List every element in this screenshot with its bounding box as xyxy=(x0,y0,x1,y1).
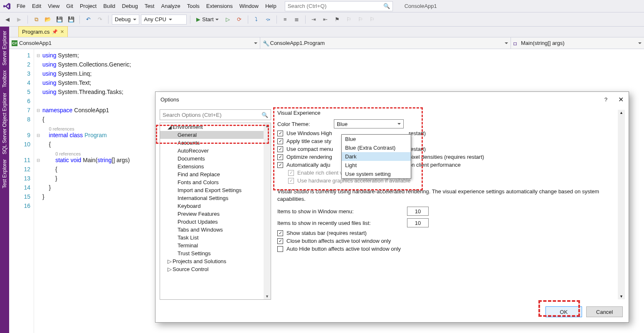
tree-node[interactable]: Find and Replace xyxy=(160,170,271,178)
new-project-icon[interactable]: ⧉ xyxy=(31,15,41,25)
quick-search-input[interactable] xyxy=(288,3,371,9)
window-items-input[interactable]: 10 xyxy=(407,207,429,216)
nav-back-icon[interactable]: ◀ xyxy=(2,15,12,25)
theme-option[interactable]: Light xyxy=(342,161,411,170)
color-theme-list[interactable]: BlueBlue (Extra Contrast)DarkLightUse sy… xyxy=(341,134,411,179)
pin-icon[interactable]: 📌 xyxy=(52,29,58,35)
dock-tab[interactable]: Test Explorer xyxy=(1,157,8,191)
open-icon[interactable]: 📂 xyxy=(43,15,53,25)
checkbox xyxy=(288,170,294,176)
help-icon[interactable]: ? xyxy=(605,96,607,103)
color-theme-dropdown[interactable]: Blue xyxy=(334,119,404,128)
hot-reload-icon[interactable]: ⟳ xyxy=(234,15,244,25)
theme-option[interactable]: Blue xyxy=(342,135,411,143)
tree-node[interactable]: Task List xyxy=(160,234,271,242)
checkbox[interactable] xyxy=(277,154,283,160)
rendering-note: Visual Studio is currently using hardwar… xyxy=(277,188,606,202)
options-search[interactable]: 🔍 xyxy=(160,109,271,120)
checkbox-label: Show status bar (requires restart) xyxy=(286,230,367,236)
bookmark-prev-icon[interactable]: ⚐ xyxy=(344,15,354,25)
theme-option[interactable]: Use system setting xyxy=(342,170,411,178)
comment-icon[interactable]: ≡ xyxy=(280,15,290,25)
checkbox[interactable] xyxy=(277,146,283,152)
checkbox-label: Apply title case sty xyxy=(286,138,331,144)
tree-node[interactable]: Accounts xyxy=(160,139,271,147)
tree-node[interactable]: Keyboard xyxy=(160,202,271,210)
options-search-input[interactable] xyxy=(163,112,250,118)
document-tab[interactable]: Program.cs 📌 ✕ xyxy=(18,26,68,37)
checkbox-label-tail: pixel densities (requires restart) xyxy=(409,154,484,160)
menu-build[interactable]: Build xyxy=(100,1,118,11)
mru-items-input[interactable]: 10 xyxy=(407,218,429,227)
tree-node[interactable]: Product Updates xyxy=(160,218,271,226)
config-dropdown[interactable]: Debug xyxy=(112,15,139,25)
tree-node[interactable]: Extensions xyxy=(160,163,271,170)
document-tab-label: Program.cs xyxy=(22,29,49,35)
tree-node[interactable]: Fonts and Colors xyxy=(160,178,271,186)
tree-node-environment[interactable]: ◢Environment xyxy=(160,123,271,131)
redo-icon[interactable]: ↷ xyxy=(95,15,105,25)
step-over-icon[interactable]: ⤼ xyxy=(263,15,273,25)
tree-node[interactable]: Documents xyxy=(160,155,271,163)
save-icon[interactable]: 💾 xyxy=(54,15,64,25)
close-icon[interactable]: ✕ xyxy=(60,29,64,35)
ok-button[interactable]: OK xyxy=(545,306,582,317)
tree-node[interactable]: General xyxy=(160,131,271,139)
checkbox[interactable] xyxy=(277,131,283,136)
menu-debug[interactable]: Debug xyxy=(118,1,141,11)
menu-tools[interactable]: Tools xyxy=(184,1,203,11)
page-scrollbar[interactable]: ▲▼ xyxy=(618,110,625,299)
tree-node[interactable]: Terminal xyxy=(160,242,271,249)
step-into-icon[interactable]: ⤵ xyxy=(252,15,262,25)
tree-node[interactable]: Preview Features xyxy=(160,210,271,218)
cancel-button[interactable]: Cancel xyxy=(586,306,623,317)
theme-option[interactable]: Dark xyxy=(342,152,411,161)
outdent-icon[interactable]: ⇤ xyxy=(321,15,331,25)
tree-node[interactable]: Trust Settings xyxy=(160,249,271,257)
tree-node[interactable]: ▷Projects and Solutions xyxy=(160,257,271,265)
nav-fwd-icon[interactable]: ▶ xyxy=(14,15,24,25)
bookmark-next-icon[interactable]: ⚐ xyxy=(355,15,365,25)
save-all-icon[interactable]: 💾 xyxy=(66,15,76,25)
menu-test[interactable]: Test xyxy=(141,1,158,11)
close-icon[interactable]: ✕ xyxy=(618,96,624,104)
menu-analyze[interactable]: Analyze xyxy=(158,1,183,11)
menu-git[interactable]: Git xyxy=(63,1,76,11)
menu-project[interactable]: Project xyxy=(76,1,100,11)
theme-option[interactable]: Blue (Extra Contrast) xyxy=(342,143,411,152)
menu-edit[interactable]: Edit xyxy=(29,1,44,11)
checkbox[interactable] xyxy=(277,230,283,236)
options-tree[interactable]: ◢Environment GeneralAccountsAutoRecoverD… xyxy=(160,123,271,300)
checkbox-label: Use Windows High xyxy=(286,130,332,136)
tree-node[interactable]: Tabs and Windows xyxy=(160,226,271,234)
undo-icon[interactable]: ↶ xyxy=(83,15,93,25)
menu-window[interactable]: Window xyxy=(236,1,262,11)
tree-scrollbar[interactable]: ▲▼ xyxy=(264,123,271,299)
tree-node[interactable]: Import and Export Settings xyxy=(160,186,271,194)
tree-node[interactable]: International Settings xyxy=(160,194,271,202)
dock-tab[interactable]: Server Explorer xyxy=(1,28,8,68)
menu-file[interactable]: File xyxy=(13,1,29,11)
indent-icon[interactable]: ⇥ xyxy=(309,15,319,25)
platform-dropdown[interactable]: Any CPU xyxy=(141,15,187,25)
menu-help[interactable]: Help xyxy=(262,1,280,11)
dock-tab[interactable]: Toolbox xyxy=(1,68,8,90)
dock-tab[interactable]: SQL Server Object Explorer xyxy=(1,90,8,157)
checkbox[interactable] xyxy=(277,238,283,244)
start-button[interactable]: ▶Start xyxy=(194,15,221,25)
bookmark-icon[interactable]: ⚑ xyxy=(332,15,342,25)
tree-node[interactable]: ▷Source Control xyxy=(160,265,271,273)
uncomment-icon[interactable]: ≣ xyxy=(292,15,302,25)
start-nodgb-icon[interactable]: ▷ xyxy=(223,15,233,25)
checkbox[interactable] xyxy=(277,138,283,144)
nav-project-dropdown[interactable]: C#ConsoleApp1 xyxy=(9,37,260,49)
checkbox[interactable] xyxy=(277,246,283,252)
quick-search[interactable]: 🔍 xyxy=(285,1,393,11)
nav-member-dropdown[interactable]: ◘Main(string[] args) xyxy=(511,37,644,49)
menu-view[interactable]: View xyxy=(44,1,63,11)
menu-extensions[interactable]: Extensions xyxy=(203,1,236,11)
tree-node[interactable]: AutoRecover xyxy=(160,147,271,155)
nav-class-dropdown[interactable]: 🔧ConsoleApp1.Program xyxy=(260,37,511,49)
checkbox[interactable] xyxy=(277,162,283,168)
bookmark-clear-icon[interactable]: ⚐ xyxy=(367,15,377,25)
